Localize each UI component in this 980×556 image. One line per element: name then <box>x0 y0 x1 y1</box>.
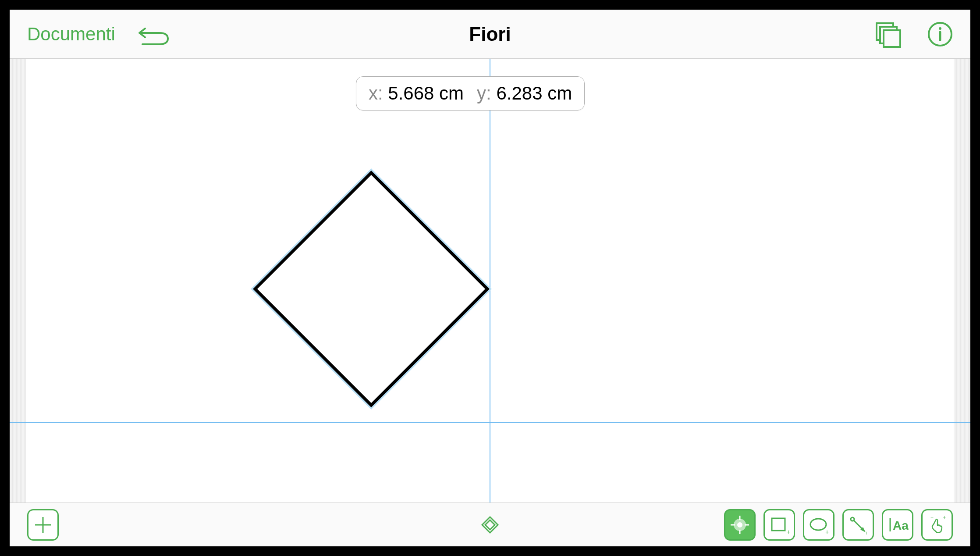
svg-point-20 <box>810 519 826 530</box>
svg-rect-2 <box>884 30 900 47</box>
top-toolbar-left: Documenti <box>27 23 172 45</box>
pen-tool-button[interactable]: + <box>842 509 874 541</box>
text-icon: Aa <box>887 514 909 536</box>
svg-marker-11 <box>485 520 495 530</box>
svg-text:+: + <box>930 514 934 520</box>
crosshair-icon <box>729 514 751 536</box>
text-tool-button[interactable]: Aa <box>882 509 913 541</box>
svg-text:+: + <box>787 528 790 535</box>
svg-point-22 <box>851 517 854 521</box>
coord-x-group: x: 5.668 cm <box>369 83 464 104</box>
bottom-toolbar-right: + + + <box>724 509 953 541</box>
pen-icon: + <box>847 514 869 536</box>
touch-tool-button[interactable]: + + <box>921 509 953 541</box>
svg-text:Aa: Aa <box>893 519 909 532</box>
svg-point-4 <box>939 27 941 30</box>
coordinate-tooltip: x: 5.668 cm y: 6.283 cm <box>356 76 585 110</box>
svg-text:+: + <box>865 530 868 536</box>
bottom-toolbar: + + + <box>10 503 970 546</box>
svg-marker-7 <box>255 173 487 405</box>
coord-y-label: y: <box>477 83 491 103</box>
canvas-margin-left <box>10 59 26 503</box>
ellipse-tool-button[interactable]: + <box>803 509 834 541</box>
hand-icon: + + <box>926 514 948 536</box>
svg-line-23 <box>854 520 863 530</box>
svg-text:+: + <box>825 528 829 535</box>
coord-x-label: x: <box>369 83 383 103</box>
documents-button[interactable]: Documenti <box>27 24 115 45</box>
coord-y-value: 6.283 cm <box>496 83 572 103</box>
canvas-area[interactable]: x: 5.668 cm y: 6.283 cm <box>10 59 970 503</box>
svg-point-13 <box>737 522 742 527</box>
canvas-margin-right <box>954 59 970 503</box>
svg-rect-18 <box>772 518 785 531</box>
shape-indicator[interactable] <box>481 516 499 534</box>
document-title: Fiori <box>469 23 511 45</box>
undo-icon <box>137 23 172 45</box>
info-icon <box>927 21 953 47</box>
add-button[interactable] <box>27 509 59 541</box>
plus-icon <box>33 515 53 535</box>
app-screen: Documenti Fiori <box>10 10 970 546</box>
svg-text:+: + <box>943 514 946 520</box>
rectangle-tool-button[interactable]: + <box>763 509 795 541</box>
info-button[interactable] <box>927 21 953 47</box>
layers-icon <box>874 21 901 48</box>
device-frame: Documenti Fiori <box>0 0 980 556</box>
ellipse-icon: + <box>808 514 830 536</box>
diamond-shape[interactable] <box>251 168 492 410</box>
undo-button[interactable] <box>137 23 172 45</box>
bottom-toolbar-center <box>481 516 499 534</box>
rectangle-icon: + <box>768 514 790 536</box>
point-tool-button[interactable] <box>724 509 756 541</box>
bottom-toolbar-left <box>27 509 59 541</box>
coord-y-group: y: 6.283 cm <box>477 83 572 104</box>
coord-x-value: 5.668 cm <box>388 83 464 103</box>
layers-button[interactable] <box>874 21 901 48</box>
diamond-icon <box>481 516 499 534</box>
top-toolbar-right <box>874 21 953 48</box>
top-toolbar: Documenti Fiori <box>10 10 970 59</box>
